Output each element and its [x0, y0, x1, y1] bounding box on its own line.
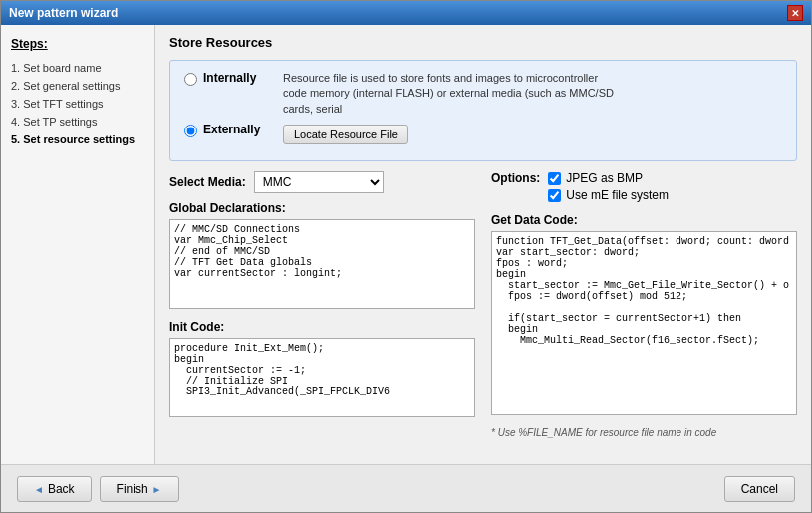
use-me-filesystem-checkbox[interactable] — [548, 189, 561, 202]
window-title: New pattern wizard — [9, 6, 118, 20]
init-code-label: Init Code: — [169, 320, 475, 334]
two-col-grid: Select Media: MMC SD Serial Global Decla… — [169, 171, 797, 440]
note-text: * Use %FILE_NAME for resource file name … — [491, 426, 797, 440]
locate-resource-button[interactable]: Locate Resource File — [283, 125, 408, 144]
sidebar: Steps: 1. Set board name 2. Set general … — [1, 25, 155, 464]
init-code-textarea[interactable]: procedure Init_Ext_Mem(); begin currentS… — [169, 338, 475, 417]
close-button[interactable]: ✕ — [787, 5, 803, 21]
cancel-button[interactable]: Cancel — [724, 476, 795, 502]
section-title: Store Resources — [169, 35, 797, 50]
finish-arrow-icon — [152, 482, 162, 496]
select-media-row: Select Media: MMC SD Serial — [169, 171, 475, 193]
footer: Back Finish Cancel — [1, 464, 811, 512]
sidebar-item-4[interactable]: 4. Set TP settings — [11, 115, 144, 128]
sidebar-item-3[interactable]: 3. Set TFT settings — [11, 97, 144, 111]
finish-button[interactable]: Finish — [100, 476, 179, 502]
store-resources-box: Internally Resource file is used to stor… — [169, 60, 797, 161]
global-decl-textarea[interactable]: // MMC/SD Connections var Mmc_Chip_Selec… — [169, 219, 475, 309]
main-window: New pattern wizard ✕ Steps: 1. Set board… — [0, 0, 812, 513]
get-data-wrapper: function TFT_Get_Data(offset: dword; cou… — [491, 231, 797, 418]
option2-row: Use mE file system — [548, 188, 669, 202]
externally-radio[interactable] — [184, 125, 197, 137]
externally-label: Externally — [203, 123, 283, 136]
global-decl-wrapper: // MMC/SD Connections var Mmc_Chip_Selec… — [169, 219, 475, 312]
options-label: Options: — [491, 171, 540, 185]
internally-label: Internally — [203, 71, 283, 85]
back-arrow-icon — [34, 482, 44, 496]
title-bar: New pattern wizard ✕ — [1, 1, 811, 25]
option1-label: JPEG as BMP — [566, 171, 643, 185]
note-content: * Use %FILE_NAME for resource file name … — [491, 427, 716, 438]
global-decl-label: Global Declarations: — [169, 201, 475, 215]
main-panel: Store Resources Internally Resource file… — [155, 25, 811, 464]
footer-left-buttons: Back Finish — [17, 476, 179, 502]
options-area: Options: JPEG as BMP Use mE file system — [491, 171, 797, 205]
externally-row: Externally Locate Resource File — [184, 123, 782, 144]
init-code-wrapper: procedure Init_Ext_Mem(); begin currentS… — [169, 338, 475, 420]
option2-label: Use mE file system — [566, 188, 669, 202]
jpeg-as-bmp-checkbox[interactable] — [548, 172, 561, 185]
get-data-textarea[interactable]: function TFT_Get_Data(offset: dword; cou… — [491, 231, 797, 415]
finish-label: Finish — [117, 482, 148, 496]
back-button[interactable]: Back — [17, 476, 92, 502]
sidebar-heading: Steps: — [11, 37, 144, 51]
left-column: Select Media: MMC SD Serial Global Decla… — [169, 171, 475, 440]
sidebar-item-1[interactable]: 1. Set board name — [11, 61, 144, 75]
internally-row: Internally Resource file is used to stor… — [184, 71, 782, 117]
resource-desc: Resource file is used to store fonts and… — [283, 71, 622, 117]
sidebar-item-2[interactable]: 2. Set general settings — [11, 79, 144, 93]
option1-row: JPEG as BMP — [548, 171, 669, 185]
internally-radio[interactable] — [184, 73, 197, 86]
media-select[interactable]: MMC SD Serial — [254, 171, 384, 193]
cancel-label: Cancel — [741, 482, 778, 496]
sidebar-item-5[interactable]: 5. Set resource settings — [11, 132, 144, 146]
back-label: Back — [48, 482, 75, 496]
content-area: Steps: 1. Set board name 2. Set general … — [1, 25, 811, 464]
options-checkboxes: JPEG as BMP Use mE file system — [548, 171, 669, 205]
select-media-label: Select Media: — [169, 175, 246, 189]
get-data-label: Get Data Code: — [491, 213, 797, 227]
right-column: Options: JPEG as BMP Use mE file system — [491, 171, 797, 440]
